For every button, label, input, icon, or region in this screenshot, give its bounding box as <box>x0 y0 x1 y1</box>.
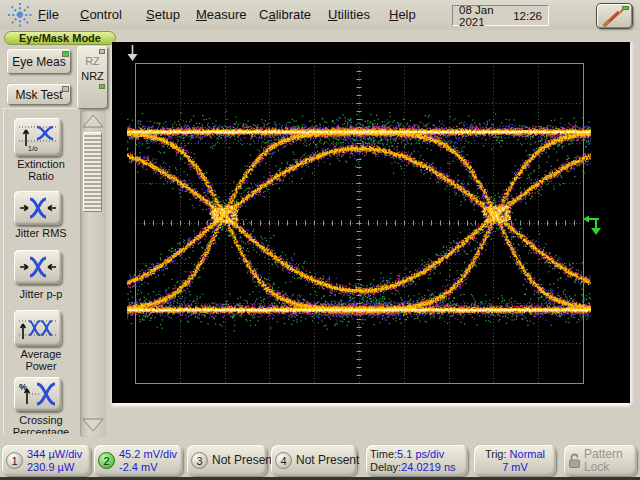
ch2-scale: 45.2 mV/div <box>119 448 177 460</box>
msk-test-label: Msk Test <box>15 88 62 102</box>
date-text: 08 Jan 2021 <box>459 4 513 28</box>
channel-4-button[interactable]: 4 Not Present <box>271 445 357 476</box>
pattern-lock-line2: Lock <box>584 460 609 474</box>
rz-led <box>99 49 105 54</box>
touch-hand-icon <box>601 8 627 28</box>
tool-label: Percentage <box>4 426 77 434</box>
tool-label: Power <box>4 360 77 372</box>
tool-label: Jitter p-p <box>4 288 77 300</box>
channel-2-badge: 2 <box>98 452 115 469</box>
menu-file[interactable]: File <box>38 7 59 22</box>
jitter-pp-button[interactable] <box>14 250 62 284</box>
delay-value: 24.0219 ns <box>401 461 455 473</box>
channel-3-badge: 3 <box>191 452 208 469</box>
channel-1-badge: 1 <box>6 452 23 469</box>
extinction-ratio-button[interactable]: 1/o <box>14 118 62 156</box>
tool-label: Average <box>4 348 77 360</box>
crossing-percentage-icon: % <box>17 380 59 408</box>
eye-meas-button[interactable]: Eye Meas <box>7 49 71 74</box>
crossing-percentage-button[interactable]: % <box>14 377 62 411</box>
jitter-rms-button[interactable] <box>14 191 62 225</box>
menu-calibrate[interactable]: Calibrate <box>259 7 311 22</box>
menu-help[interactable]: Help <box>389 7 416 22</box>
jitter-rms-icon <box>18 196 58 220</box>
nrz-label: NRZ <box>81 70 104 82</box>
channel-1-button[interactable]: 1 344 µW/div 230.9 µW <box>2 445 91 476</box>
trig-mode: Normal <box>510 448 545 460</box>
pattern-lock-button[interactable]: Pattern Lock <box>564 445 637 476</box>
eye-meas-label: Eye Meas <box>12 55 65 69</box>
tool-label: Crossing <box>4 414 77 426</box>
time-text: 12:26 <box>513 10 542 22</box>
timebase-button[interactable]: Time:5.1 ps/div Delay:24.0219 ns <box>366 445 468 476</box>
svg-text:1/o: 1/o <box>28 145 38 152</box>
ch1-offset: 230.9 µW <box>27 461 74 473</box>
rz-label: RZ <box>85 55 100 67</box>
sidebar-scrollbar[interactable] <box>80 110 106 437</box>
channel-3-button[interactable]: 3 Not Present <box>187 445 267 476</box>
menu-utilities[interactable]: Utilities <box>328 7 370 22</box>
ch4-status: Not Present <box>296 454 359 467</box>
lock-icon <box>568 453 581 469</box>
time-value: 5.1 ps/div <box>397 448 444 460</box>
extinction-ratio-icon: 1/o <box>17 122 59 152</box>
average-power-icon <box>17 314 59 342</box>
ch1-scale: 344 µW/div <box>27 448 82 460</box>
ch2-offset: -2.4 mV <box>119 461 158 473</box>
menu-setup[interactable]: Setup <box>146 7 180 22</box>
channel-4-badge: 4 <box>275 452 292 469</box>
nrz-led <box>99 84 105 89</box>
agilent-logo-icon <box>7 2 33 28</box>
measure-tool-panel: 1/o Extinction Ratio Jitter RMS Jitter p… <box>3 108 77 434</box>
trig-label: Trig: <box>485 448 507 460</box>
jitter-pp-icon <box>18 255 58 279</box>
menu-control[interactable]: Control <box>80 7 122 22</box>
eye-canvas <box>112 42 630 403</box>
touchscreen-button[interactable] <box>596 3 633 29</box>
scroll-up-icon[interactable] <box>80 112 106 130</box>
mode-label: Eye/Mask Mode <box>4 31 116 45</box>
menu-bar: File Control Setup Measure Calibrate Uti… <box>0 0 640 30</box>
menu-measure[interactable]: Measure <box>196 7 247 22</box>
eye-meas-led <box>62 51 69 57</box>
pattern-lock-line1: Pattern <box>584 447 623 461</box>
rz-nrz-toggle[interactable]: RZ NRZ <box>77 46 108 109</box>
msk-test-led <box>62 86 69 92</box>
time-label: Time: <box>370 448 397 460</box>
tool-label: Jitter RMS <box>4 227 77 239</box>
tool-label: Extinction <box>4 158 77 170</box>
scroll-down-icon[interactable] <box>80 416 106 434</box>
trigger-button[interactable]: Trig: Normal 7 mV <box>474 445 556 476</box>
ch3-status: Not Present <box>212 454 275 467</box>
datetime-display: 08 Jan 2021 12:26 <box>452 5 549 26</box>
channel-2-button[interactable]: 2 45.2 mV/div -2.4 mV <box>94 445 183 476</box>
tool-label: Ratio <box>4 170 77 182</box>
trig-level: 7 mV <box>478 461 552 474</box>
waveform-display <box>112 42 630 403</box>
msk-test-button[interactable]: Msk Test <box>7 84 71 105</box>
scrollbar-thumb[interactable] <box>83 132 102 212</box>
delay-label: Delay: <box>370 461 401 473</box>
average-power-button[interactable] <box>14 310 62 346</box>
